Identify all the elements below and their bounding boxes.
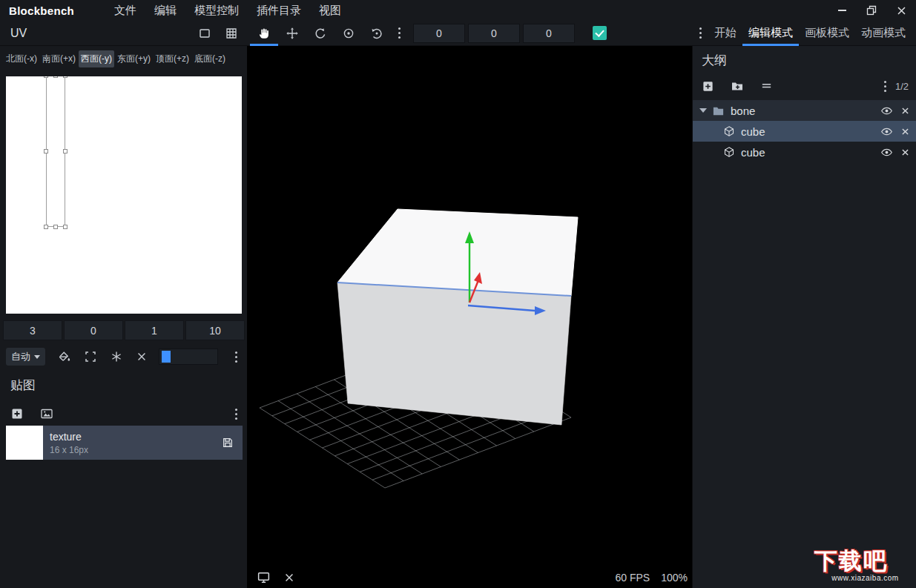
cube-name[interactable]: cube: [741, 146, 765, 159]
move-tool-button[interactable]: [278, 21, 306, 46]
add-group-button[interactable]: [731, 79, 744, 93]
app-title: Blockbench: [9, 4, 74, 17]
uv-slider[interactable]: [159, 348, 218, 365]
eye-icon: [880, 146, 893, 159]
remove-button[interactable]: [900, 106, 910, 116]
outliner-row-cube[interactable]: cube: [693, 142, 916, 162]
tab-edit-mode[interactable]: 编辑模式: [742, 21, 799, 46]
paint-bucket-icon: [58, 350, 71, 363]
face-tab-west[interactable]: 西面(-y): [79, 50, 114, 67]
textures-overflow-button[interactable]: [228, 405, 244, 423]
uv-height-input[interactable]: 10: [185, 320, 245, 340]
texture-list-item[interactable]: texture 16 x 16px: [6, 426, 243, 460]
mode-tabs-overflow-button[interactable]: [692, 21, 708, 46]
uv-toolbar-overflow-button[interactable]: [228, 344, 244, 369]
rotate-origin-icon: [370, 27, 383, 40]
menu-view[interactable]: 视图: [310, 0, 350, 21]
visibility-toggle[interactable]: [880, 125, 893, 138]
visibility-toggle[interactable]: [880, 105, 893, 117]
add-texture-icon: [10, 407, 24, 420]
uv-handle[interactable]: [44, 225, 48, 229]
uv-maximize-button[interactable]: [84, 350, 97, 363]
add-cube-button[interactable]: [702, 80, 714, 93]
position-y-input[interactable]: 0: [468, 24, 520, 43]
viewport-3d[interactable]: 60 FPS 100%: [247, 46, 692, 588]
rotate-space-tool-button[interactable]: [363, 21, 391, 46]
restore-button[interactable]: [857, 0, 886, 21]
menu-edit[interactable]: 编辑: [145, 0, 185, 21]
remove-button[interactable]: [900, 127, 910, 136]
menu-plugins[interactable]: 插件目录: [248, 0, 310, 21]
collapse-caret-icon[interactable]: [699, 108, 707, 113]
rotate-tool-button[interactable]: [306, 21, 335, 46]
toolbar-overflow-button[interactable]: [391, 21, 407, 46]
outliner-options-button[interactable]: [760, 80, 773, 93]
uv-grid-icon[interactable]: [225, 27, 238, 40]
cube-icon: [723, 125, 735, 137]
uv-handle[interactable]: [44, 149, 48, 153]
clear-icon: [136, 351, 148, 363]
outliner-row-cube-selected[interactable]: cube: [693, 121, 916, 142]
uv-auto-button[interactable]: [110, 350, 123, 363]
cube-name[interactable]: cube: [741, 125, 765, 138]
face-tab-north[interactable]: 北面(-x): [4, 50, 39, 67]
remove-button[interactable]: [900, 148, 910, 157]
uv-handle[interactable]: [53, 76, 58, 78]
uv-mode-select[interactable]: 自动: [6, 348, 45, 366]
menu-transform[interactable]: 模型控制: [185, 0, 248, 21]
group-name[interactable]: bone: [731, 105, 755, 117]
close-button[interactable]: [886, 0, 916, 21]
screenshot-button[interactable]: [257, 570, 271, 584]
outliner-row-bone[interactable]: bone: [693, 100, 916, 121]
uv-handle[interactable]: [63, 149, 67, 153]
close-preview-button[interactable]: [283, 572, 295, 584]
face-tab-bottom[interactable]: 底面(-z): [192, 50, 228, 67]
texture-apply-button[interactable]: [58, 350, 71, 363]
import-texture-button[interactable]: [40, 407, 53, 420]
x-icon: [900, 127, 910, 136]
visibility-toggle[interactable]: [880, 146, 893, 159]
uv-handle[interactable]: [53, 225, 58, 229]
position-x-input[interactable]: 0: [413, 24, 465, 43]
uv-position-inputs: 3 0 1 10: [3, 320, 245, 340]
x-icon: [283, 572, 295, 584]
tab-paint-mode[interactable]: 画板模式: [799, 21, 855, 46]
uv-window-icon[interactable]: [198, 27, 211, 40]
uv-handle[interactable]: [63, 76, 67, 78]
outliner-overflow-button[interactable]: [877, 73, 894, 99]
menu-lines-icon: [760, 80, 773, 93]
uv-x-input[interactable]: 3: [3, 320, 62, 340]
face-tab-east[interactable]: 东面(+y): [115, 50, 153, 67]
menu-file[interactable]: 文件: [105, 0, 145, 21]
texture-thumbnail: [6, 426, 43, 460]
asterisk-icon: [110, 350, 123, 363]
cube-mesh[interactable]: [337, 209, 578, 425]
pivot-tool-button[interactable]: [335, 21, 363, 46]
position-z-input[interactable]: 0: [523, 24, 575, 43]
uv-slider-thumb[interactable]: [162, 351, 171, 363]
tab-animate-mode[interactable]: 动画模式: [855, 21, 912, 46]
save-texture-button[interactable]: [222, 437, 234, 449]
texture-meta: texture 16 x 16px: [50, 431, 88, 455]
uv-editor-canvas[interactable]: [6, 76, 242, 314]
add-cube-icon: [702, 80, 714, 93]
titlebar: Blockbench 文件 编辑 模型控制 插件目录 视图: [0, 0, 916, 21]
uv-mode-select-value: 自动: [11, 350, 30, 363]
face-tab-top[interactable]: 顶面(+z): [154, 50, 191, 67]
textures-toolbar: [0, 405, 247, 423]
uv-selection-box[interactable]: [46, 76, 65, 227]
uv-handle[interactable]: [63, 225, 67, 229]
zoom-level: 100%: [661, 572, 688, 584]
snap-checkbox[interactable]: [593, 26, 607, 40]
uv-clear-button[interactable]: [136, 351, 148, 363]
uv-y-input[interactable]: 0: [64, 320, 123, 340]
tab-start[interactable]: 开始: [708, 21, 742, 46]
uv-width-input[interactable]: 1: [125, 320, 184, 340]
uv-handle[interactable]: [44, 76, 48, 78]
pan-tool-button[interactable]: [250, 21, 278, 46]
folder-icon: [712, 105, 725, 117]
texture-name: texture: [50, 431, 88, 443]
create-texture-button[interactable]: [10, 407, 24, 420]
face-tab-south[interactable]: 南面(+x): [40, 50, 78, 67]
minimize-button[interactable]: [827, 0, 857, 21]
